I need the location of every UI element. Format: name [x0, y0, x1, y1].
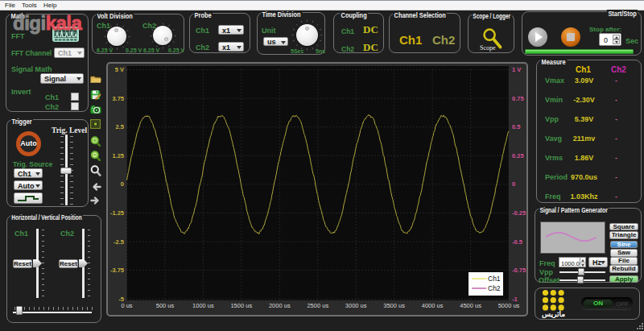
svg-text:1500 us: 1500 us — [230, 302, 252, 309]
svg-text:3000 us: 3000 us — [345, 302, 367, 309]
svg-text:3500 us: 3500 us — [383, 302, 405, 309]
svg-text:Ch1: Ch1 — [488, 275, 501, 283]
svg-text:-3.75: -3.75 — [110, 267, 124, 274]
svg-text:0 us: 0 us — [121, 302, 132, 309]
svg-text:1000 us: 1000 us — [192, 302, 214, 309]
svg-text:0.75: 0.75 — [512, 95, 524, 102]
svg-text:-0.5: -0.5 — [512, 238, 522, 246]
svg-text:2000 us: 2000 us — [269, 302, 291, 309]
svg-text:4000 us: 4000 us — [422, 302, 444, 309]
svg-text:5000 us: 5000 us — [498, 302, 520, 309]
svg-text:-2.5: -2.5 — [114, 238, 124, 246]
svg-text:4500 us: 4500 us — [460, 302, 481, 309]
svg-text:0: 0 — [512, 180, 515, 188]
svg-text:0.5: 0.5 — [512, 123, 520, 130]
svg-text:1 V: 1 V — [512, 66, 521, 73]
svg-text:500 us: 500 us — [156, 302, 175, 309]
svg-text:-1.25: -1.25 — [110, 209, 124, 217]
svg-text:Ch2: Ch2 — [488, 284, 501, 292]
svg-text:0: 0 — [121, 180, 124, 188]
svg-text:-0.25: -0.25 — [512, 209, 526, 217]
svg-text:2.5: 2.5 — [116, 123, 124, 130]
svg-text:3.75: 3.75 — [112, 95, 124, 102]
svg-text:-0.75: -0.75 — [512, 267, 526, 274]
svg-text:2500 us: 2500 us — [307, 302, 328, 309]
svg-text:5 V: 5 V — [115, 66, 124, 73]
svg-text:0.25: 0.25 — [512, 152, 524, 159]
svg-text:1.25: 1.25 — [112, 152, 124, 159]
